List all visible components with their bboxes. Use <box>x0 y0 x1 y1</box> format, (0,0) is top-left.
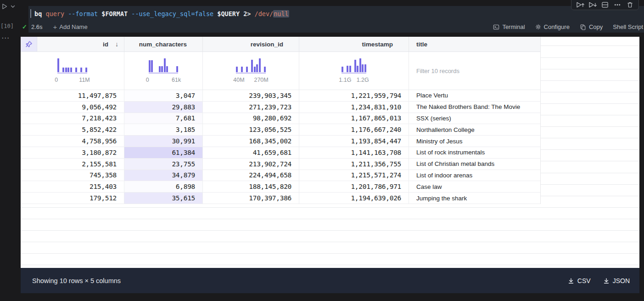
play-down-icon <box>588 1 597 8</box>
more-options-button[interactable] <box>612 0 623 8</box>
chevron-down-icon[interactable] <box>11 5 15 8</box>
histogram-num_characters[interactable]: 061k <box>149 58 179 83</box>
table-row: 745,35834,879224,494,6581,215,571,274Lis… <box>21 170 540 182</box>
histogram-bars <box>342 58 366 72</box>
cell-timestamp: 1,193,854,447 <box>299 136 409 147</box>
table-row: 215,4036,898188,145,8201,201,786,971Case… <box>21 181 540 193</box>
table-row: 9,056,49229,883271,239,7231,234,831,910T… <box>21 102 540 113</box>
histogram-bar <box>159 66 161 72</box>
cell-title: Jumping the shark <box>409 193 540 204</box>
table-row: 11,497,8753,047239,903,3451,221,959,794P… <box>21 90 540 102</box>
cell-title: The Naked Brothers Band: The Movie <box>409 102 540 113</box>
histogram-bar <box>161 66 163 72</box>
cell-timestamp: 1,201,786,971 <box>299 181 409 192</box>
add-name-button[interactable]: + Add Name <box>53 23 87 30</box>
sort-descending-icon: ↓ <box>115 40 118 48</box>
result-canvas: id↓num_charactersrevision_idtimestamptit… <box>21 37 639 268</box>
table-row: 3,180,87261,38441,659,6811,141,163,708Li… <box>21 147 540 159</box>
data-table: id↓num_charactersrevision_idtimestamptit… <box>21 37 541 204</box>
run-cell-button[interactable] <box>2 3 15 10</box>
histogram-bar <box>349 66 351 72</box>
histogram-revision_id[interactable]: 40M270M <box>236 58 266 83</box>
text-cursor <box>30 9 31 18</box>
cell-revision_id: 123,056,525 <box>203 124 299 135</box>
pin-columns-button[interactable] <box>21 37 37 51</box>
configure-button[interactable]: Configure <box>535 23 570 30</box>
download-buttons: CSVJSON <box>568 277 630 284</box>
cell-id: 2,155,581 <box>21 159 124 170</box>
cell-num_characters: 35,615 <box>124 193 203 204</box>
summary-cell-revision_id: 40M270M <box>203 52 299 90</box>
cell-title: List of Christian metal bands <box>409 159 540 170</box>
histogram-bar <box>149 60 151 72</box>
cell-revision_id: 213,902,724 <box>203 159 299 170</box>
histogram-bar <box>75 68 77 72</box>
histogram-bars <box>57 58 87 72</box>
histogram-bar <box>176 66 178 72</box>
table-row: 179,51235,615170,397,3861,194,639,026Jum… <box>21 193 540 204</box>
column-header-id[interactable]: id↓ <box>37 37 124 51</box>
histogram-bar <box>254 67 256 72</box>
cell-num_characters: 34,879 <box>124 170 203 181</box>
histogram-bar <box>67 68 69 72</box>
terminal-button[interactable]: Terminal <box>493 23 525 30</box>
shell-script-button[interactable]: Shell Script <box>613 23 643 30</box>
column-header-timestamp[interactable]: timestamp <box>299 37 409 51</box>
title-filter-input[interactable] <box>416 68 533 74</box>
cell-title: SSX (series) <box>409 113 540 124</box>
cell-id: 3,180,872 <box>21 147 124 158</box>
cell-id: 4,758,956 <box>21 136 124 147</box>
cell-timestamp: 1,194,639,026 <box>299 193 409 204</box>
histogram-id[interactable]: 011M <box>57 58 87 83</box>
cell-id: 215,403 <box>21 181 124 192</box>
cell-title: Place Vertu <box>409 90 540 101</box>
histogram-bar <box>151 60 153 72</box>
histogram-bar <box>57 58 59 72</box>
code-token: $QUERY <box>217 10 243 17</box>
histogram-timestamp[interactable]: 1.1G1.2G <box>342 58 366 83</box>
delete-cell-button[interactable] <box>624 0 635 8</box>
cell-title: Ministry of Jesus <box>409 136 540 147</box>
run-all-below-button[interactable] <box>587 0 598 8</box>
column-header-revision_id[interactable]: revision_id <box>203 37 299 51</box>
copy-button[interactable]: Copy <box>580 23 603 30</box>
row-count-summary: Showing 10 rows × 5 columns <box>32 277 121 284</box>
cell-timestamp: 1,211,356,755 <box>299 159 409 170</box>
terminal-icon <box>493 24 499 30</box>
cell-id: 9,056,492 <box>21 102 124 113</box>
download-csv-button[interactable]: CSV <box>568 277 591 284</box>
histogram-bar <box>347 66 348 72</box>
code-token: $FORMAT <box>101 10 131 17</box>
cell-more-menu[interactable]: ⋯ <box>1 34 10 42</box>
code-token: query <box>45 10 68 17</box>
command-line[interactable]: bq query --format $FORMAT --use_legacy_s… <box>28 6 644 21</box>
pin-icon <box>25 40 33 48</box>
histogram-bar <box>62 68 64 72</box>
trash-icon <box>627 1 633 8</box>
cell-revision_id: 41,659,681 <box>203 147 299 158</box>
play-up-icon <box>576 1 584 8</box>
cell-meta-row: ✓ 2.6s + Add Name TerminalConfigureCopyS… <box>22 21 644 33</box>
histogram-bar <box>166 66 168 72</box>
play-icon[interactable] <box>2 3 8 10</box>
histogram-bar <box>359 58 361 72</box>
cell-num_characters: 61,384 <box>124 147 203 158</box>
cell-revision_id: 170,397,386 <box>203 193 299 204</box>
column-header-num_characters[interactable]: num_characters <box>124 37 203 51</box>
run-all-above-button[interactable] <box>575 0 586 8</box>
histogram-bar <box>80 68 82 72</box>
download-json-button[interactable]: JSON <box>603 277 630 284</box>
histogram-bars <box>236 58 266 72</box>
table-footer: Showing 10 rows × 5 columns CSVJSON <box>21 268 639 293</box>
column-header-title[interactable]: title <box>409 37 540 51</box>
cell-num_characters: 30,991 <box>124 136 203 147</box>
execution-count: [10] <box>0 23 14 29</box>
histogram-bar <box>362 64 364 72</box>
summary-cell-timestamp: 1.1G1.2G <box>299 52 409 90</box>
histogram-bar <box>65 68 67 72</box>
split-icon <box>601 1 609 8</box>
split-cell-button[interactable] <box>599 0 610 8</box>
cell-num_characters: 29,883 <box>124 102 203 113</box>
cell-timestamp: 1,221,959,794 <box>299 90 409 101</box>
cell-revision_id: 224,494,658 <box>203 170 299 181</box>
